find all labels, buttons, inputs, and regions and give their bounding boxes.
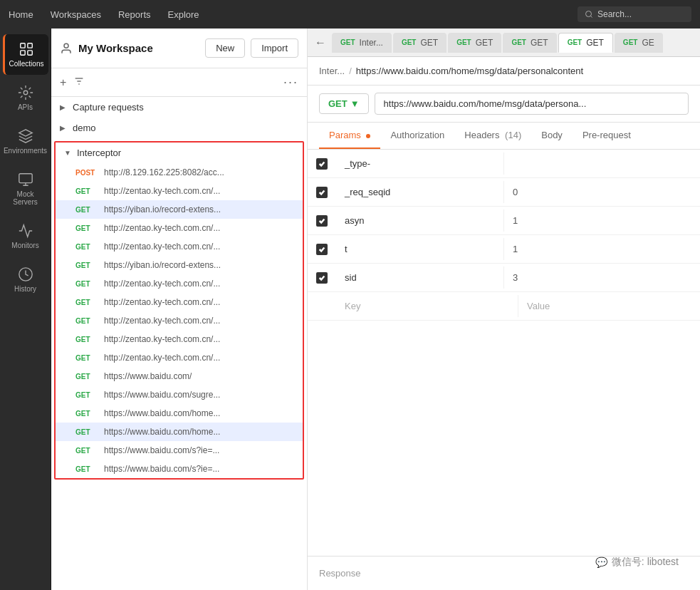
tab-headers[interactable]: Headers (14) [454, 123, 531, 149]
url-input[interactable] [375, 93, 689, 115]
collections-toolbar: + ··· [51, 68, 307, 97]
nav-workspaces[interactable]: Workspaces [51, 9, 101, 20]
import-button[interactable]: Import [251, 38, 298, 58]
request-item[interactable]: GET http://zentao.ky-tech.com.cn/... [56, 219, 303, 237]
method-badge: GET [75, 465, 98, 473]
tab-items: GETInter...GETGETGETGETGETGETGETGETGETGE [332, 33, 663, 53]
param-key-4[interactable]: sid [336, 266, 504, 289]
sidebar-item-mock-servers[interactable]: Mock Servers [3, 165, 48, 213]
request-item[interactable]: GET https://www.baidu.com/sugre... [56, 385, 303, 404]
method-badge: GET [75, 373, 98, 381]
filter-icon[interactable] [73, 76, 85, 90]
request-item[interactable]: POST http://8.129.162.225:8082/acc... [56, 163, 303, 182]
request-item[interactable]: GET https://www.baidu.com/ [56, 367, 303, 385]
checkbox[interactable] [316, 244, 328, 255]
tab-pre-request[interactable]: Pre-request [573, 123, 641, 149]
checkbox[interactable] [316, 272, 328, 284]
request-item[interactable]: GET https://yiban.io/record-extens... [56, 200, 303, 219]
request-item[interactable]: GET https://www.baidu.com/s?ie=... [56, 460, 303, 478]
param-key-1[interactable]: _req_seqid [336, 181, 504, 203]
param-value-2[interactable]: 1 [504, 209, 672, 232]
svg-rect-2 [21, 43, 25, 48]
request-item[interactable]: GET http://zentao.ky-tech.com.cn/... [56, 293, 303, 311]
tab-item[interactable]: GETInter... [332, 33, 392, 53]
param-check[interactable] [308, 272, 336, 284]
tab-authorization[interactable]: Authorization [380, 123, 454, 149]
sidebar-history-label: History [14, 285, 36, 293]
request-url: http://zentao.ky-tech.com.cn/... [104, 242, 220, 252]
tab-params[interactable]: Params [319, 123, 380, 149]
placeholder-value[interactable]: Value [518, 295, 700, 317]
request-item[interactable]: GET https://www.baidu.com/s?ie=... [56, 441, 303, 460]
request-url: http://zentao.ky-tech.com.cn/... [104, 316, 220, 326]
request-url: https://yiban.io/record-extens... [104, 260, 221, 270]
request-item[interactable]: GET https://www.baidu.com/home... [56, 404, 303, 423]
tab-body[interactable]: Body [531, 123, 573, 149]
param-check[interactable] [308, 215, 336, 227]
tab-item[interactable]: GETGET [393, 33, 446, 53]
sidebar-collections-label: Collections [9, 60, 44, 68]
checkbox[interactable] [316, 215, 328, 227]
add-collection-icon[interactable]: + [60, 76, 66, 89]
param-check[interactable] [308, 158, 336, 170]
request-item[interactable]: GET http://zentao.ky-tech.com.cn/... [56, 237, 303, 256]
chevron-right-icon: ▶ [60, 124, 68, 132]
params-dot [366, 134, 370, 138]
params-row: t 1 [308, 235, 700, 264]
param-check[interactable] [308, 244, 336, 255]
tab-method: GET [340, 38, 355, 46]
tab-item[interactable]: GETGE [615, 33, 663, 53]
param-value-4[interactable]: 3 [504, 266, 672, 289]
request-item[interactable]: GET https://www.baidu.com/home... [56, 423, 303, 441]
request-item[interactable]: GET http://zentao.ky-tech.com.cn/... [56, 182, 303, 200]
sidebar-item-history[interactable]: History [3, 259, 48, 300]
param-value-1[interactable]: 0 [504, 181, 672, 203]
placeholder-key[interactable]: Key [336, 295, 518, 317]
tab-item[interactable]: GETGET [503, 33, 556, 53]
request-tabs: Params Authorization Headers (14) Body P… [308, 123, 700, 150]
search-bar[interactable]: Search... [578, 6, 691, 22]
request-item[interactable]: GET https://yiban.io/record-extens... [56, 256, 303, 274]
tree-item-interceptor[interactable]: ▼ Interceptor [56, 143, 303, 163]
nav-home[interactable]: Home [9, 9, 33, 20]
method-badge: GET [75, 428, 98, 436]
more-options-icon[interactable]: ··· [283, 75, 298, 90]
request-item[interactable]: GET http://zentao.ky-tech.com.cn/... [56, 311, 303, 330]
svg-point-0 [586, 11, 592, 17]
breadcrumb-separator: / [349, 66, 352, 76]
request-url: http://zentao.ky-tech.com.cn/... [104, 186, 220, 196]
tab-label: GET [476, 38, 493, 48]
param-value-3[interactable]: 1 [504, 238, 672, 260]
param-key-0[interactable]: _type- [336, 152, 504, 175]
checkbox[interactable] [316, 158, 328, 170]
nav-reports[interactable]: Reports [118, 9, 151, 20]
method-badge: GET [75, 447, 98, 455]
param-check[interactable] [308, 187, 336, 198]
sidebar-item-monitors[interactable]: Monitors [3, 216, 48, 257]
checkbox[interactable] [316, 187, 328, 198]
param-key-2[interactable]: asyn [336, 209, 504, 232]
params-rows: _type- _req_seqid 0 asyn 1 t 1 sid 3 [308, 150, 700, 292]
param-value-0[interactable] [504, 158, 672, 170]
request-url: https://www.baidu.com/home... [104, 427, 220, 437]
tab-item[interactable]: GETGET [448, 33, 501, 53]
breadcrumb-bar: Inter... / https://www.baidu.com/home/ms… [308, 57, 700, 86]
request-url: http://zentao.ky-tech.com.cn/... [104, 334, 220, 344]
nav-explore[interactable]: Explore [168, 9, 199, 20]
new-button[interactable]: New [205, 38, 245, 58]
tab-back-button[interactable]: ← [310, 36, 330, 49]
param-key-3[interactable]: t [336, 238, 504, 260]
request-item[interactable]: GET http://zentao.ky-tech.com.cn/... [56, 348, 303, 367]
method-select[interactable]: GET ▼ [319, 93, 369, 114]
sidebar-item-environments[interactable]: Environments [3, 121, 48, 162]
tab-item[interactable]: GETGET [558, 33, 613, 53]
request-item[interactable]: GET http://zentao.ky-tech.com.cn/... [56, 274, 303, 293]
method-badge: GET [75, 410, 98, 418]
sidebar-item-collections[interactable]: Collections [3, 34, 48, 75]
tree-item-capture[interactable]: ▶ Capture requests [51, 97, 307, 118]
request-item[interactable]: GET http://zentao.ky-tech.com.cn/... [56, 330, 303, 348]
sidebar-item-apis[interactable]: APIs [3, 78, 48, 118]
tree-item-demo[interactable]: ▶ demo [51, 118, 307, 138]
tab-label: GET [531, 38, 548, 48]
tab-bar: ← GETInter...GETGETGETGETGETGETGETGETGET… [308, 29, 700, 57]
